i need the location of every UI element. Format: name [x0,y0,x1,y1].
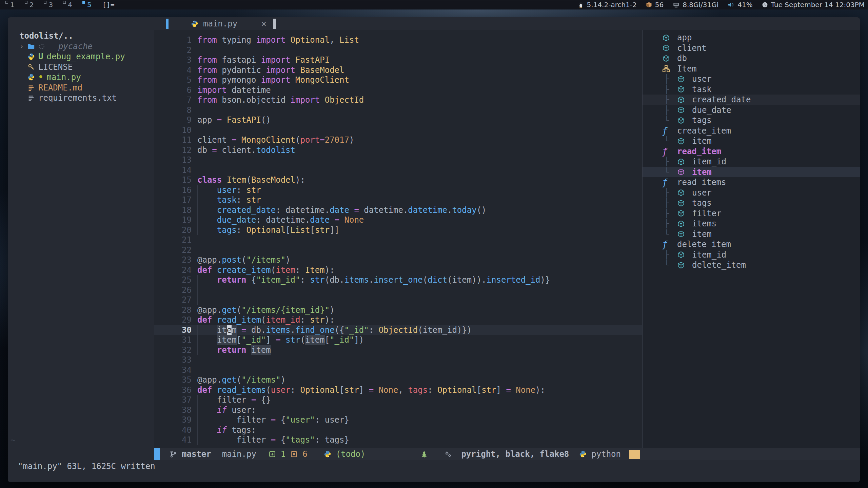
code-line[interactable]: 18 created_date: datetime.date = datetim… [154,205,642,216]
code-line[interactable]: 36def read_items(user: Optional[str] = N… [154,385,642,395]
code-line[interactable]: 30 item = db.items.find_one({"_id": Obje… [154,325,642,336]
outline-item-items[interactable]: ├items [643,219,860,229]
git-branch-icon [170,450,177,458]
close-icon[interactable]: × [261,19,267,29]
code-line[interactable]: 16 user: str [154,185,642,196]
code-line[interactable]: 23@app.post("/items") [154,255,642,265]
outline-item-db[interactable]: db [643,53,860,64]
code-line[interactable]: 19 due_date: datetime.date = None [154,215,642,225]
code-line[interactable]: 4from pydantic import BaseModel [154,65,642,76]
symbol-name: due_date [692,105,731,116]
line-number: 10 [154,125,192,136]
file-tree-item[interactable]: ›__pycache__ [19,41,154,52]
code-line[interactable]: 33 [154,355,642,365]
key-icon [27,63,35,71]
line-number: 17 [154,195,192,205]
outline-item-user[interactable]: ├user [643,74,860,84]
code-line[interactable]: 6import datetime [154,85,642,96]
code-line[interactable]: 37 filter = {} [154,395,642,405]
command-line[interactable]: "main.py" 63L, 1625C written [8,460,860,482]
file-name: README.md [38,83,82,93]
outline-item-created_date[interactable]: ├created_date [643,95,860,105]
code-line[interactable]: 25 return {"item_id": str(db.items.inser… [154,275,642,285]
code-line[interactable]: 34 [154,365,642,375]
workspace-5[interactable]: 5 [82,1,96,9]
symbol-name: create_item [677,126,731,136]
code-line[interactable]: 40 if tags: [154,425,642,435]
tree-connector-icon: ├ [664,74,677,84]
code-line[interactable]: 28@app.get("/items/{item_id}") [154,305,642,316]
code-line[interactable]: 1from typing import Optional, List [154,35,642,45]
code-text: filter = {} [197,395,271,405]
outline-item-task[interactable]: ├task [643,84,860,95]
outline-item-read_items[interactable]: ƒread_items [643,177,860,188]
code-line[interactable]: 5from pymongo import MongoClient [154,75,642,85]
outline-item-item_id[interactable]: ├item_id [643,157,860,167]
workspace-4[interactable]: 4 [62,1,77,9]
line-number: 21 [154,235,192,245]
code-line[interactable]: 22 [154,245,642,256]
outline-item-due_date[interactable]: ├due_date [643,105,860,116]
workspace-indicator-icon [82,1,85,4]
tab-main-py[interactable]: main.py × [191,17,267,30]
outline-item-item[interactable]: └item [643,136,860,146]
volume-icon [727,1,735,8]
code-line[interactable]: 27 [154,295,642,305]
code-line[interactable]: 39 filter = {"user": user} [154,415,642,425]
code-line[interactable]: 13 [154,155,642,165]
line-number: 24 [154,265,192,276]
layout-indicator[interactable]: []= [102,1,115,9]
outline-item-tags[interactable]: ├tags [643,198,860,208]
file-tree-root[interactable]: todolist/.. [19,31,154,41]
outline-item-client[interactable]: client [643,43,860,54]
file-tree-item[interactable]: •main.py [19,72,154,83]
file-tree-item[interactable]: requirements.txt [19,93,154,103]
outline-item-item_id[interactable]: ├item_id [643,250,860,260]
outline-item-user[interactable]: ├user [643,188,860,198]
outline-item-item[interactable]: └item [643,229,860,240]
code-line[interactable]: 3from fastapi import FastAPI [154,55,642,65]
code-editor[interactable]: 1from typing import Optional, List23from… [154,30,642,448]
code-line[interactable]: 10 [154,125,642,136]
code-line[interactable]: 31 item["_id"] = str(item["_id"]) [154,335,642,345]
code-line[interactable]: 17 task: str [154,195,642,205]
memory-icon [672,1,680,8]
code-line[interactable]: 15class Item(BaseModel): [154,175,642,185]
code-line[interactable]: 21 [154,235,642,245]
code-line[interactable]: 8 [154,105,642,116]
outline-item-create_item[interactable]: ƒcreate_item [643,126,860,136]
code-line[interactable]: 32 return item [154,345,642,355]
line-number: 18 [154,205,192,216]
workspace-2[interactable]: 2 [24,1,39,9]
workspace-3[interactable]: 3 [43,1,58,9]
outline-item-filter[interactable]: ├filter [643,208,860,219]
code-line[interactable]: 38 if user: [154,405,642,415]
code-line[interactable]: 9app = FastAPI() [154,115,642,125]
statusline-text: main.py [222,449,256,459]
line-number: 20 [154,225,192,236]
code-line[interactable]: 29def read_item(item_id: str): [154,315,642,325]
workspace-1[interactable]: 1 [5,1,19,9]
code-line[interactable]: 2 [154,45,642,56]
code-line[interactable]: 41 filter = {"tags": tags} [154,435,642,445]
code-line[interactable]: 11client = MongoClient(port=27017) [154,135,642,145]
code-text: item = db.items.find_one({"_id": ObjectI… [197,325,472,336]
file-tree-item[interactable]: LICENSE [19,62,154,73]
code-line[interactable]: 20 tags: Optional[List[str]] [154,225,642,236]
outline-item-item[interactable]: └item [643,167,860,178]
outline-item-delete_item[interactable]: ƒdelete_item [643,239,860,250]
outline-item-Item[interactable]: Item [643,64,860,74]
outline-item-delete_item[interactable]: └delete_item [643,260,860,270]
file-tree-item[interactable]: Udebug_example.py [19,52,154,62]
code-line[interactable]: 12db = client.todolist [154,145,642,156]
file-tree-item[interactable]: README.md [19,83,154,93]
code-line[interactable]: 14 [154,165,642,176]
python-icon [324,450,331,458]
outline-item-app[interactable]: app [643,33,860,43]
code-line[interactable]: 35@app.get("/items") [154,375,642,385]
code-line[interactable]: 26 [154,285,642,296]
outline-item-read_item[interactable]: ƒread_item [643,146,860,157]
outline-item-tags[interactable]: └tags [643,115,860,126]
code-line[interactable]: 7from bson.objectid import ObjectId [154,95,642,105]
code-line[interactable]: 24def create_item(item: Item): [154,265,642,276]
